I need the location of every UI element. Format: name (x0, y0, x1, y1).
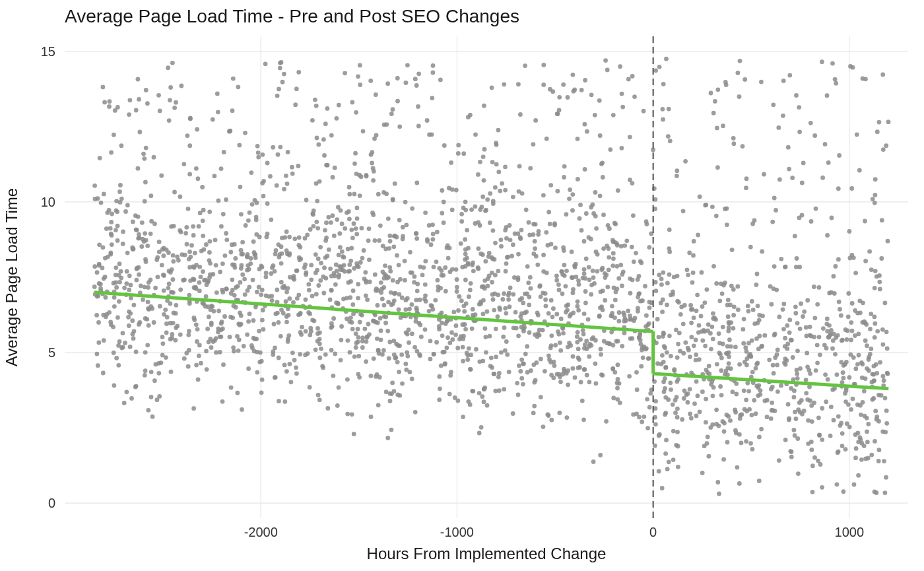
data-point (809, 219, 814, 224)
data-point (455, 285, 459, 290)
data-point (850, 301, 855, 306)
data-point (133, 385, 138, 389)
data-point (673, 411, 678, 415)
data-point (620, 284, 624, 288)
data-point (847, 229, 852, 234)
data-point (868, 327, 873, 331)
data-point (119, 276, 123, 281)
data-point (220, 327, 225, 331)
data-point (585, 373, 589, 378)
data-point (576, 304, 580, 309)
data-point (853, 271, 858, 275)
data-point (348, 259, 353, 263)
data-point (360, 226, 364, 230)
data-point (143, 350, 148, 354)
data-point (103, 256, 108, 261)
data-point (676, 444, 680, 449)
data-point (414, 306, 419, 310)
data-point (482, 147, 487, 152)
data-point (879, 256, 884, 261)
data-point (414, 181, 419, 185)
data-point (315, 268, 319, 273)
data-point (756, 304, 760, 308)
data-point (171, 259, 176, 264)
data-point (282, 363, 287, 368)
data-point (329, 321, 334, 326)
data-point (781, 307, 785, 312)
data-point (159, 174, 164, 178)
data-point (823, 372, 828, 377)
data-point (112, 295, 117, 300)
data-point (739, 441, 744, 446)
data-point (754, 362, 759, 366)
data-point (357, 375, 362, 380)
data-point (365, 298, 370, 302)
data-point (591, 269, 595, 273)
data-point (255, 370, 259, 375)
data-point (356, 265, 361, 269)
data-point (874, 490, 879, 495)
data-point (541, 424, 546, 429)
data-point (851, 65, 855, 70)
data-point (152, 155, 156, 160)
data-point (574, 275, 578, 279)
data-point (744, 439, 748, 444)
data-point (191, 406, 196, 411)
data-point (315, 226, 320, 230)
data-point (143, 316, 148, 321)
data-point (793, 234, 797, 238)
data-point (618, 64, 622, 69)
data-point (776, 389, 780, 394)
data-point (863, 259, 868, 263)
data-point (732, 141, 737, 146)
data-point (562, 164, 567, 169)
data-point (455, 289, 459, 294)
data-point (549, 418, 554, 422)
data-point (308, 312, 312, 316)
data-point (865, 440, 870, 444)
data-point (195, 339, 199, 344)
data-point (717, 492, 721, 496)
data-point (399, 353, 404, 357)
data-point (249, 170, 253, 175)
data-point (719, 393, 724, 397)
data-point (854, 446, 859, 451)
plot-area: -2000-100001000051015 (41, 36, 908, 539)
data-point (665, 281, 670, 286)
data-point (688, 387, 692, 391)
data-point (873, 321, 877, 326)
data-point (141, 152, 146, 156)
data-point (511, 411, 515, 416)
data-point (630, 336, 634, 341)
data-point (634, 251, 638, 255)
data-point (865, 343, 869, 348)
data-point (461, 337, 465, 341)
data-point (296, 292, 301, 297)
data-point (783, 356, 787, 361)
data-point (653, 280, 658, 285)
data-point (300, 325, 304, 329)
data-point (804, 391, 808, 395)
data-point (825, 233, 830, 238)
data-point (403, 298, 408, 302)
data-point (617, 319, 622, 323)
data-point (849, 407, 853, 412)
data-point (805, 397, 810, 402)
data-point (840, 444, 845, 448)
data-point (717, 331, 721, 336)
data-point (865, 429, 869, 434)
data-point (544, 230, 548, 235)
data-point (568, 343, 573, 348)
data-point (465, 357, 470, 362)
data-point (781, 302, 786, 306)
data-point (886, 372, 890, 376)
data-point (700, 389, 705, 394)
data-point (420, 273, 425, 277)
data-point (562, 273, 567, 278)
data-point (793, 311, 798, 316)
data-point (669, 387, 673, 392)
data-point (168, 85, 173, 90)
data-point (254, 218, 259, 222)
data-point (143, 199, 147, 204)
data-point (695, 292, 700, 297)
